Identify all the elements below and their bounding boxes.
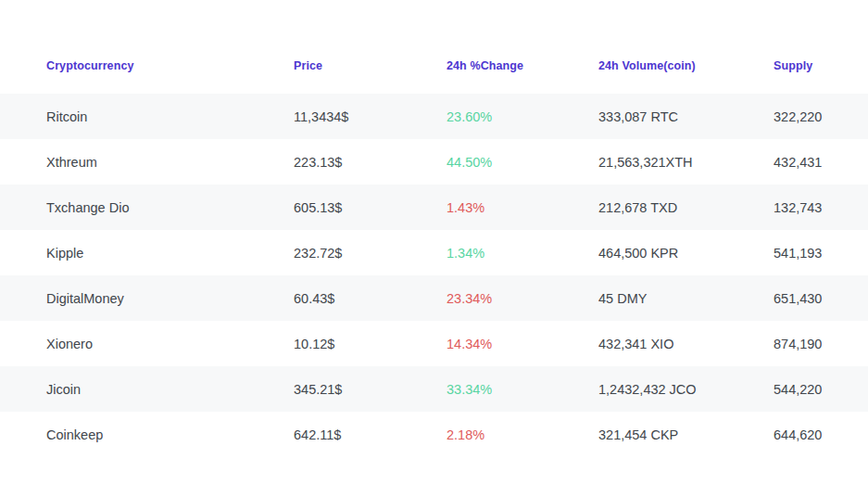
price-cell: 11,3434$ (294, 109, 447, 124)
coin-name-cell: Coinkeep (0, 427, 294, 442)
volume-cell: 21,563,321XTH (598, 155, 774, 170)
header-cell-volume: 24h Volume(coin) (598, 59, 774, 72)
table-row: Txchange Dio 605.13$ 1.43% 212,678 TXD 1… (0, 185, 868, 230)
volume-cell: 432,341 XIO (598, 337, 774, 351)
header-cell-change: 24h %Change (447, 59, 598, 72)
table-row: Jicoin 345.21$ 33.34% 1,2432,432 JCO 544… (0, 366, 868, 412)
table-row: Xionero 10.12$ 14.34% 432,341 XIO 874,19… (0, 321, 868, 366)
table-header-row: Cryptocurrency Price 24h %Change 24h Vol… (0, 37, 868, 94)
price-cell: 60.43$ (294, 291, 447, 306)
coin-name-cell: Kipple (0, 246, 294, 261)
price-cell: 605.13$ (294, 200, 447, 215)
change-cell: 1.34% (447, 246, 598, 261)
change-cell: 23.34% (447, 291, 598, 306)
table-row: DigitalMoney 60.43$ 23.34% 45 DMY 651,43… (0, 275, 868, 321)
supply-cell: 644,620 (774, 427, 868, 442)
price-cell: 223.13$ (294, 155, 447, 170)
volume-cell: 212,678 TXD (598, 200, 774, 215)
supply-cell: 541,193 (774, 246, 868, 261)
header-cell-cryptocurrency: Cryptocurrency (0, 59, 294, 72)
supply-cell: 432,431 (774, 155, 868, 170)
volume-cell: 464,500 KPR (598, 246, 774, 261)
change-cell: 14.34% (447, 337, 598, 351)
volume-cell: 321,454 CKP (598, 427, 774, 442)
change-cell: 1.43% (447, 200, 598, 215)
volume-cell: 45 DMY (598, 291, 774, 306)
price-cell: 642.11$ (294, 427, 447, 442)
change-cell: 44.50% (447, 155, 598, 170)
header-cell-supply: Supply (774, 59, 868, 72)
table-row: Xthreum 223.13$ 44.50% 21,563,321XTH 432… (0, 139, 868, 185)
table-row: Kipple 232.72$ 1.34% 464,500 KPR 541,193 (0, 230, 868, 275)
supply-cell: 874,190 (774, 337, 868, 351)
price-cell: 10.12$ (294, 337, 447, 351)
supply-cell: 132,743 (774, 200, 868, 215)
coin-name-cell: Ritcoin (0, 109, 294, 124)
coin-name-cell: Xthreum (0, 155, 294, 170)
change-cell: 23.60% (447, 109, 598, 124)
change-cell: 2.18% (447, 427, 598, 442)
coin-name-cell: Xionero (0, 337, 294, 351)
table-body: Ritcoin 11,3434$ 23.60% 333,087 RTC 322,… (0, 94, 868, 457)
coin-name-cell: Txchange Dio (0, 200, 294, 215)
coin-name-cell: Jicoin (0, 382, 294, 397)
supply-cell: 322,220 (774, 109, 868, 124)
table-row: Coinkeep 642.11$ 2.18% 321,454 CKP 644,6… (0, 412, 868, 457)
price-cell: 345.21$ (294, 382, 447, 397)
coin-name-cell: DigitalMoney (0, 291, 294, 306)
price-cell: 232.72$ (294, 246, 447, 261)
volume-cell: 1,2432,432 JCO (598, 382, 774, 397)
header-cell-price: Price (294, 59, 447, 72)
change-cell: 33.34% (447, 382, 598, 397)
table-row: Ritcoin 11,3434$ 23.60% 333,087 RTC 322,… (0, 94, 868, 139)
volume-cell: 333,087 RTC (598, 109, 774, 124)
supply-cell: 544,220 (774, 382, 868, 397)
supply-cell: 651,430 (774, 291, 868, 306)
crypto-table: Cryptocurrency Price 24h %Change 24h Vol… (0, 0, 868, 457)
